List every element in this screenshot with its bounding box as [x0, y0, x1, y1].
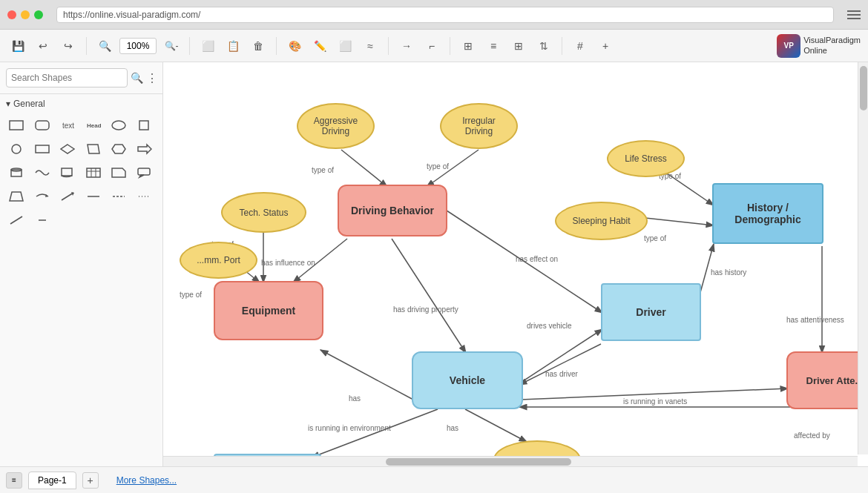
shape-angled-line[interactable]: [6, 210, 27, 231]
group-button[interactable]: ⊞: [458, 36, 479, 56]
shape-small-line[interactable]: [32, 210, 53, 231]
url-bar[interactable]: https://online.visual-paradigm.com/: [56, 7, 834, 23]
node-vehicle[interactable]: Vehicle: [412, 351, 523, 409]
traffic-lights: [7, 10, 43, 19]
shape-table[interactable]: [83, 162, 104, 183]
svg-marker-9: [88, 145, 99, 153]
arrange-button[interactable]: ⇅: [533, 36, 554, 56]
svg-point-6: [12, 145, 21, 153]
fill-button[interactable]: 🎨: [284, 36, 305, 56]
label-has-influence-on: has influence on: [261, 259, 315, 267]
node-history-demographic[interactable]: History /Demographic: [712, 183, 823, 244]
svg-rect-15: [87, 168, 100, 177]
separator-3: [276, 37, 277, 55]
shape-parallelogram[interactable]: [83, 139, 104, 159]
section-label: General: [13, 99, 45, 109]
waypoint-button[interactable]: ⌐: [421, 36, 442, 56]
shape-diagonal-arrow[interactable]: [57, 186, 78, 207]
line-color-button[interactable]: ✏️: [309, 36, 330, 56]
svg-line-29: [10, 216, 22, 224]
undo-button[interactable]: ↩: [33, 36, 53, 56]
page-tab-label: Page-1: [38, 475, 67, 486]
distribute-button[interactable]: ⊞: [508, 36, 529, 56]
node-sleeping-habit[interactable]: Sleeping Habit: [555, 202, 648, 240]
vp-logo-text: VisualParadigmOnline: [803, 36, 861, 55]
shape-heading[interactable]: Heading: [83, 115, 104, 136]
node-tech-status[interactable]: Tech. Status: [221, 192, 306, 233]
main-layout: 🔍 ⋮ ▾ General text Heading: [0, 62, 868, 466]
shape-ellipse[interactable]: [108, 115, 129, 136]
add-button[interactable]: +: [595, 36, 616, 56]
shape-wave[interactable]: [32, 162, 53, 183]
label-has-history: has history: [711, 268, 746, 277]
paste-button[interactable]: 📋: [223, 36, 243, 56]
shape-button[interactable]: ⬜: [335, 36, 355, 56]
grid-button[interactable]: #: [570, 36, 591, 56]
node-driver[interactable]: Driver: [601, 283, 701, 341]
delete-button[interactable]: 🗑: [248, 36, 269, 56]
redo-button[interactable]: ↪: [58, 36, 79, 56]
style-button[interactable]: ≈: [360, 36, 381, 56]
maximize-button[interactable]: [34, 10, 43, 19]
copy-button[interactable]: ⬜: [197, 36, 218, 56]
svg-line-37: [519, 344, 601, 385]
node-comm-port[interactable]: ...mm. Port: [180, 242, 257, 279]
shape-rounded-rect[interactable]: [32, 115, 53, 136]
connector-button[interactable]: →: [396, 36, 417, 56]
zoom-control: [119, 38, 157, 54]
shape-text[interactable]: text: [57, 115, 78, 136]
align-button[interactable]: ≡: [483, 36, 504, 56]
node-equipment[interactable]: Equipment: [214, 281, 323, 340]
node-driving-behavior[interactable]: Driving Behavior: [338, 185, 447, 236]
shape-rect2[interactable]: [32, 139, 53, 159]
shape-document[interactable]: [57, 162, 78, 183]
shape-line[interactable]: [83, 186, 104, 207]
label-type-of-comm: type of: [180, 291, 202, 299]
more-shapes-link[interactable]: More Shapes...: [108, 471, 185, 490]
shape-cylinder[interactable]: [6, 162, 27, 183]
svg-marker-19: [112, 168, 125, 177]
canvas-area[interactable]: type of type of has driving property has…: [163, 62, 868, 466]
horizontal-scroll-thumb[interactable]: [386, 458, 571, 466]
separator-4: [388, 37, 389, 55]
node-aggressive-driving[interactable]: AggressiveDriving: [297, 103, 375, 149]
svg-line-31: [341, 150, 387, 187]
shape-dashed-line[interactable]: [108, 186, 129, 207]
close-button[interactable]: [7, 10, 16, 19]
shape-rectangle[interactable]: [6, 115, 27, 136]
shape-arrow-right[interactable]: [134, 139, 155, 159]
minimize-button[interactable]: [21, 10, 30, 19]
node-life-stress[interactable]: Life Stress: [607, 140, 685, 177]
search-button[interactable]: 🔍: [131, 72, 143, 84]
node-irregular-driving[interactable]: IrregularDriving: [440, 103, 518, 149]
more-options-button[interactable]: ⋮: [146, 71, 158, 85]
shape-dotted-line[interactable]: [134, 186, 155, 207]
node-driver-attentiveness[interactable]: Driver Atte...: [786, 351, 868, 409]
shape-diamond[interactable]: [57, 139, 78, 159]
add-page-button[interactable]: +: [82, 472, 99, 489]
search-bar: 🔍 ⋮: [0, 62, 162, 94]
shape-note[interactable]: [108, 162, 129, 183]
vertical-scrollbar[interactable]: [858, 62, 868, 454]
hamburger-menu[interactable]: [847, 10, 861, 19]
panel-toggle-button[interactable]: ≡: [6, 472, 22, 489]
zoom-input[interactable]: [119, 38, 157, 54]
horizontal-scrollbar[interactable]: [163, 456, 858, 466]
separator-2: [189, 37, 190, 55]
shape-circle[interactable]: [6, 139, 27, 159]
shape-curved-arrow[interactable]: [32, 186, 53, 207]
svg-line-36: [523, 329, 602, 381]
svg-rect-7: [36, 145, 49, 153]
shape-callout[interactable]: [134, 162, 155, 183]
zoom-out-button[interactable]: 🔍-: [161, 36, 182, 56]
shape-trapezoid[interactable]: [6, 186, 27, 207]
shape-hexagon[interactable]: [108, 139, 129, 159]
shape-square[interactable]: [134, 115, 155, 136]
label-drives-vehicle: drives vehicle: [527, 322, 572, 330]
page-tab[interactable]: Page-1: [28, 472, 76, 489]
general-section-header[interactable]: ▾ General: [6, 99, 157, 109]
search-input[interactable]: [6, 68, 128, 87]
zoom-in-button[interactable]: 🔍: [94, 36, 115, 56]
vertical-scroll-thumb[interactable]: [860, 66, 867, 110]
save-button[interactable]: 💾: [7, 36, 28, 56]
